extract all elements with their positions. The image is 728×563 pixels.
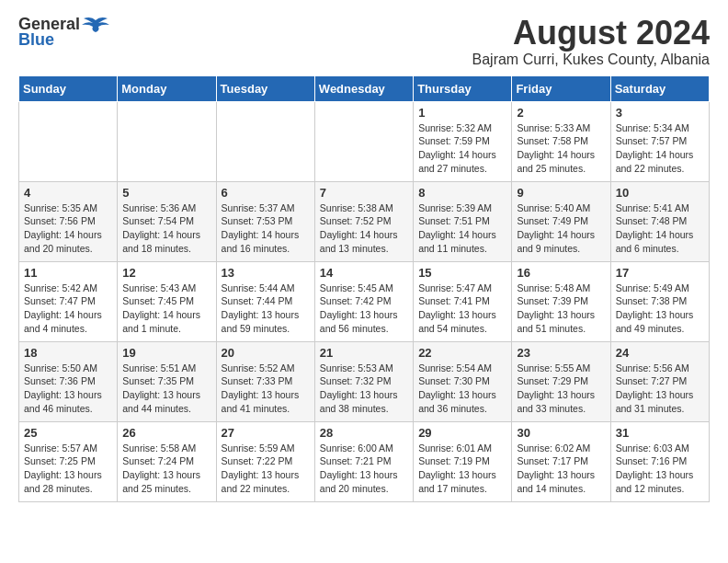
table-row: 7Sunrise: 5:38 AMSunset: 7:52 PMDaylight… xyxy=(314,181,413,261)
day-info: Sunrise: 5:40 AMSunset: 7:49 PMDaylight:… xyxy=(517,201,605,256)
day-info: Sunrise: 6:03 AMSunset: 7:16 PMDaylight:… xyxy=(616,442,704,496)
day-number: 12 xyxy=(122,266,210,280)
day-info: Sunrise: 5:53 AMSunset: 7:32 PMDaylight:… xyxy=(320,362,408,416)
location-subtitle: Bajram Curri, Kukes County, Albania xyxy=(472,52,710,68)
header-sunday: Sunday xyxy=(19,75,118,101)
table-row: 23Sunrise: 5:55 AMSunset: 7:29 PMDayligh… xyxy=(512,341,610,421)
day-number: 9 xyxy=(517,186,605,200)
day-number: 28 xyxy=(320,426,408,440)
calendar-week-row: 4Sunrise: 5:35 AMSunset: 7:56 PMDaylight… xyxy=(19,181,710,261)
day-info: Sunrise: 5:42 AMSunset: 7:47 PMDaylight:… xyxy=(24,282,112,336)
day-info: Sunrise: 5:43 AMSunset: 7:45 PMDaylight:… xyxy=(122,282,210,336)
table-row: 17Sunrise: 5:49 AMSunset: 7:38 PMDayligh… xyxy=(610,261,709,341)
table-row: 9Sunrise: 5:40 AMSunset: 7:49 PMDaylight… xyxy=(512,181,610,261)
day-number: 4 xyxy=(24,186,112,200)
calendar-week-row: 18Sunrise: 5:50 AMSunset: 7:36 PMDayligh… xyxy=(19,341,710,421)
day-info: Sunrise: 5:59 AMSunset: 7:22 PMDaylight:… xyxy=(222,442,310,496)
day-info: Sunrise: 5:39 AMSunset: 7:51 PMDaylight:… xyxy=(418,201,506,256)
day-number: 20 xyxy=(222,346,310,360)
day-number: 31 xyxy=(616,426,704,440)
page-header: General Blue August 2024 Bajram Curri, K… xyxy=(18,15,710,68)
day-info: Sunrise: 6:01 AMSunset: 7:19 PMDaylight:… xyxy=(418,442,506,496)
table-row: 2Sunrise: 5:33 AMSunset: 7:58 PMDaylight… xyxy=(512,101,610,181)
header-tuesday: Tuesday xyxy=(216,75,314,101)
title-section: August 2024 Bajram Curri, Kukes County, … xyxy=(472,15,710,68)
day-info: Sunrise: 5:54 AMSunset: 7:30 PMDaylight:… xyxy=(418,362,506,416)
calendar-header-row: Sunday Monday Tuesday Wednesday Thursday… xyxy=(19,75,710,101)
day-info: Sunrise: 5:45 AMSunset: 7:42 PMDaylight:… xyxy=(320,282,408,336)
header-saturday: Saturday xyxy=(610,75,709,101)
header-wednesday: Wednesday xyxy=(314,75,413,101)
table-row: 1Sunrise: 5:32 AMSunset: 7:59 PMDaylight… xyxy=(414,101,512,181)
logo-bird-icon xyxy=(82,16,109,34)
table-row xyxy=(19,101,118,181)
calendar-week-row: 11Sunrise: 5:42 AMSunset: 7:47 PMDayligh… xyxy=(19,261,710,341)
table-row: 18Sunrise: 5:50 AMSunset: 7:36 PMDayligh… xyxy=(19,341,118,421)
day-info: Sunrise: 5:38 AMSunset: 7:52 PMDaylight:… xyxy=(320,201,408,256)
day-info: Sunrise: 5:49 AMSunset: 7:38 PMDaylight:… xyxy=(616,282,704,336)
table-row: 24Sunrise: 5:56 AMSunset: 7:27 PMDayligh… xyxy=(610,341,709,421)
day-info: Sunrise: 5:48 AMSunset: 7:39 PMDaylight:… xyxy=(517,282,605,336)
day-info: Sunrise: 5:37 AMSunset: 7:53 PMDaylight:… xyxy=(222,201,310,256)
day-number: 8 xyxy=(418,186,506,200)
table-row: 4Sunrise: 5:35 AMSunset: 7:56 PMDaylight… xyxy=(19,181,118,261)
table-row: 8Sunrise: 5:39 AMSunset: 7:51 PMDaylight… xyxy=(414,181,512,261)
day-number: 6 xyxy=(222,186,310,200)
day-number: 14 xyxy=(320,266,408,280)
day-number: 26 xyxy=(122,426,210,440)
day-info: Sunrise: 5:41 AMSunset: 7:48 PMDaylight:… xyxy=(616,201,704,256)
header-friday: Friday xyxy=(512,75,610,101)
table-row xyxy=(314,101,413,181)
table-row: 13Sunrise: 5:44 AMSunset: 7:44 PMDayligh… xyxy=(216,261,314,341)
day-info: Sunrise: 5:34 AMSunset: 7:57 PMDaylight:… xyxy=(616,121,704,176)
day-number: 2 xyxy=(517,106,605,120)
day-number: 29 xyxy=(418,426,506,440)
day-number: 10 xyxy=(616,186,704,200)
day-number: 11 xyxy=(24,266,112,280)
day-number: 15 xyxy=(418,266,506,280)
table-row: 12Sunrise: 5:43 AMSunset: 7:45 PMDayligh… xyxy=(118,261,216,341)
day-number: 27 xyxy=(222,426,310,440)
day-info: Sunrise: 5:52 AMSunset: 7:33 PMDaylight:… xyxy=(222,362,310,416)
day-number: 3 xyxy=(616,106,704,120)
day-info: Sunrise: 5:50 AMSunset: 7:36 PMDaylight:… xyxy=(24,362,112,416)
table-row: 26Sunrise: 5:58 AMSunset: 7:24 PMDayligh… xyxy=(118,421,216,501)
calendar-table: Sunday Monday Tuesday Wednesday Thursday… xyxy=(18,75,710,502)
table-row: 25Sunrise: 5:57 AMSunset: 7:25 PMDayligh… xyxy=(19,421,118,501)
day-number: 17 xyxy=(616,266,704,280)
day-number: 7 xyxy=(320,186,408,200)
table-row: 16Sunrise: 5:48 AMSunset: 7:39 PMDayligh… xyxy=(512,261,610,341)
table-row: 31Sunrise: 6:03 AMSunset: 7:16 PMDayligh… xyxy=(610,421,709,501)
day-info: Sunrise: 5:57 AMSunset: 7:25 PMDaylight:… xyxy=(24,442,112,496)
table-row: 28Sunrise: 6:00 AMSunset: 7:21 PMDayligh… xyxy=(314,421,413,501)
day-info: Sunrise: 5:55 AMSunset: 7:29 PMDaylight:… xyxy=(517,362,605,416)
day-info: Sunrise: 5:32 AMSunset: 7:59 PMDaylight:… xyxy=(418,121,506,176)
table-row: 30Sunrise: 6:02 AMSunset: 7:17 PMDayligh… xyxy=(512,421,610,501)
table-row: 21Sunrise: 5:53 AMSunset: 7:32 PMDayligh… xyxy=(314,341,413,421)
day-number: 18 xyxy=(24,346,112,360)
logo-blue-text: Blue xyxy=(18,30,54,50)
day-info: Sunrise: 5:47 AMSunset: 7:41 PMDaylight:… xyxy=(418,282,506,336)
header-thursday: Thursday xyxy=(414,75,512,101)
table-row: 5Sunrise: 5:36 AMSunset: 7:54 PMDaylight… xyxy=(118,181,216,261)
day-info: Sunrise: 5:58 AMSunset: 7:24 PMDaylight:… xyxy=(122,442,210,496)
day-info: Sunrise: 5:56 AMSunset: 7:27 PMDaylight:… xyxy=(616,362,704,416)
header-monday: Monday xyxy=(118,75,216,101)
day-number: 19 xyxy=(122,346,210,360)
table-row: 14Sunrise: 5:45 AMSunset: 7:42 PMDayligh… xyxy=(314,261,413,341)
day-info: Sunrise: 5:33 AMSunset: 7:58 PMDaylight:… xyxy=(517,121,605,176)
month-year-title: August 2024 xyxy=(472,15,710,52)
day-info: Sunrise: 5:36 AMSunset: 7:54 PMDaylight:… xyxy=(122,201,210,256)
day-info: Sunrise: 6:00 AMSunset: 7:21 PMDaylight:… xyxy=(320,442,408,496)
day-number: 21 xyxy=(320,346,408,360)
table-row: 22Sunrise: 5:54 AMSunset: 7:30 PMDayligh… xyxy=(414,341,512,421)
day-number: 30 xyxy=(517,426,605,440)
day-number: 5 xyxy=(122,186,210,200)
table-row: 20Sunrise: 5:52 AMSunset: 7:33 PMDayligh… xyxy=(216,341,314,421)
day-number: 22 xyxy=(418,346,506,360)
table-row: 6Sunrise: 5:37 AMSunset: 7:53 PMDaylight… xyxy=(216,181,314,261)
table-row: 29Sunrise: 6:01 AMSunset: 7:19 PMDayligh… xyxy=(414,421,512,501)
calendar-week-row: 25Sunrise: 5:57 AMSunset: 7:25 PMDayligh… xyxy=(19,421,710,501)
day-number: 1 xyxy=(418,106,506,120)
day-number: 25 xyxy=(24,426,112,440)
